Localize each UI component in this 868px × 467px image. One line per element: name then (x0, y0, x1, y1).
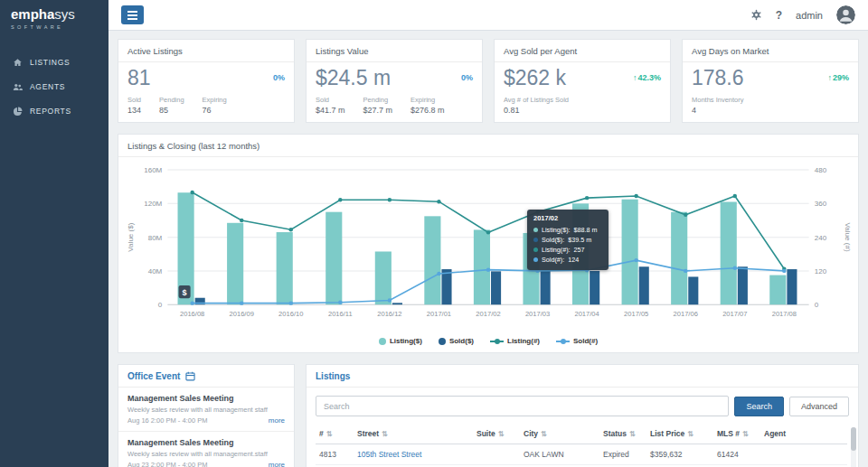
sort-icon[interactable] (687, 430, 693, 438)
chart-area[interactable]: 0040M12080M240120M360160M480Value ($)Val… (118, 157, 858, 335)
svg-text:2017/08: 2017/08 (772, 310, 797, 318)
svg-text:2017/06: 2017/06 (674, 310, 698, 318)
table-row[interactable]: 4813 105th Street Street OAK LAWN Expire… (316, 444, 847, 465)
legend-item-sold-count[interactable]: Sold(#) (556, 337, 598, 345)
series-dot-icon (533, 228, 538, 232)
logo-light: sys (54, 6, 75, 22)
sort-icon[interactable] (498, 430, 505, 438)
event-time: Aug 16 2:00 PM - 4:00 PM (127, 416, 207, 425)
event-item: Management Sales Meeting Weekly sales re… (118, 432, 294, 467)
legend-line-icon (556, 341, 570, 342)
column-header-list-price[interactable]: List Price (646, 424, 713, 444)
sort-icon[interactable] (742, 430, 749, 438)
avatar[interactable] (836, 5, 855, 24)
tooltip-row: Listing($):$88.8 m (533, 225, 602, 235)
main-content: Active Listings 81 0% Sold134 Pending85 … (108, 31, 868, 467)
cell-agent (760, 444, 847, 465)
cell-suite (473, 444, 520, 465)
sidebar-item-agents[interactable]: AGENTS (0, 75, 108, 99)
svg-text:2016/12: 2016/12 (377, 310, 401, 318)
kpi-stat: Sold134 (127, 96, 141, 115)
search-button[interactable]: Search (734, 397, 784, 416)
sort-icon[interactable] (629, 430, 636, 438)
svg-text:2017/01: 2017/01 (427, 310, 451, 318)
logo-subtitle: SOFTWARE (11, 24, 98, 30)
kpi-stat: Expiring76 (203, 96, 227, 115)
legend-item-sold-dollar[interactable]: Sold($) (439, 337, 474, 345)
kpi-card-listings-value: Listings Value $24.5 m 0% Sold$41.7 m Pe… (306, 39, 483, 123)
svg-text:2016/08: 2016/08 (180, 310, 204, 318)
legend-swatch-icon (379, 338, 386, 345)
advanced-button[interactable]: Advanced (789, 397, 849, 416)
user-avatar-icon (836, 5, 855, 24)
column-header-street[interactable]: Street (354, 424, 473, 444)
sidebar-item-label: LISTINGS (30, 58, 70, 67)
scrollbar-thumb[interactable] (851, 427, 856, 451)
sort-icon[interactable] (382, 430, 388, 438)
legend-item-listing-dollar[interactable]: Listing($) (379, 337, 422, 345)
event-title: Management Sales Meeting (127, 438, 285, 447)
table-header-row: # Street Suite City Status List Price ML… (316, 424, 847, 444)
event-time: Aug 23 2:00 PM - 4:00 PM (127, 461, 207, 467)
listings-search-row: Search Advanced (307, 388, 858, 424)
column-header-status[interactable]: Status (599, 424, 646, 444)
event-more-link[interactable]: more (269, 416, 285, 425)
kpi-card-active-listings: Active Listings 81 0% Sold134 Pending85 … (118, 39, 295, 123)
cell-mls: 61424 (713, 444, 760, 465)
svg-text:0: 0 (815, 301, 819, 309)
legend-line-icon (490, 341, 504, 342)
sidebar-item-reports[interactable]: REPORTS (0, 99, 108, 124)
svg-text:360: 360 (815, 200, 827, 208)
svg-text:2017/04: 2017/04 (574, 310, 599, 318)
svg-text:120: 120 (815, 267, 827, 276)
svg-text:120M: 120M (144, 200, 162, 208)
series-dot-icon (533, 257, 538, 262)
kpi-card-avg-sold-per-agent: Avg Sold per Agent $262 k 42.3% Avg # of… (494, 39, 671, 123)
help-button[interactable]: ? (776, 9, 782, 22)
chart-title: Listings & Closing (last 12 months) (118, 135, 858, 157)
column-header-city[interactable]: City (520, 424, 599, 444)
kpi-stat: Months Inventory4 (692, 96, 744, 115)
tooltip-row: Sold($):$39.5 m (533, 235, 602, 245)
event-item: Management Sales Meeting Weekly sales re… (118, 388, 294, 432)
event-description: Weekly sales review with all management … (127, 406, 285, 414)
combo-chart[interactable]: 0040M12080M240120M360160M480Value ($)Val… (124, 161, 853, 335)
sort-icon[interactable] (326, 430, 333, 438)
svg-text:2017/02: 2017/02 (476, 310, 500, 318)
kpi-title: Active Listings (118, 40, 294, 62)
logo-bold: empha (11, 6, 54, 22)
menu-toggle-button[interactable] (121, 5, 144, 24)
sidebar-item-label: AGENTS (30, 82, 65, 91)
app-logo[interactable]: emphasys SOFTWARE (0, 0, 108, 36)
sidebar-item-listings[interactable]: LISTINGS (0, 51, 108, 75)
cell-city: OAK LAWN (520, 444, 599, 465)
svg-text:40M: 40M (148, 267, 163, 276)
svg-text:2016/10: 2016/10 (278, 310, 303, 318)
svg-text:160M: 160M (144, 166, 162, 174)
column-header-mls[interactable]: MLS # (713, 424, 760, 444)
event-title: Management Sales Meeting (127, 394, 285, 403)
pie-chart-icon (13, 107, 23, 117)
sidebar-item-label: REPORTS (30, 107, 71, 116)
bottom-row: Office Event Management Sales Meeting We… (118, 364, 859, 467)
legend-item-listing-count[interactable]: Listing(#) (490, 337, 540, 345)
sort-icon[interactable] (541, 430, 547, 438)
column-header-suite[interactable]: Suite (473, 424, 520, 444)
svg-text:$: $ (183, 287, 187, 296)
street-link[interactable]: 105th Street Street (357, 450, 421, 459)
column-header-agent[interactable]: Agent (760, 424, 847, 444)
kpi-stat: Sold$41.7 m (316, 96, 345, 115)
gear-icon (750, 9, 762, 21)
kpi-value: $24.5 m (316, 66, 473, 91)
question-icon: ? (776, 9, 782, 22)
table-scrollbar[interactable] (851, 427, 856, 467)
kpi-delta-up: 29% (827, 73, 849, 82)
svg-text:Value (#): Value (#) (844, 222, 852, 251)
settings-button[interactable] (750, 9, 762, 21)
column-header-num[interactable]: # (316, 424, 354, 444)
search-input[interactable] (316, 396, 729, 416)
svg-text:2016/09: 2016/09 (230, 310, 254, 318)
event-more-link[interactable]: more (269, 461, 285, 467)
svg-text:480: 480 (815, 166, 827, 174)
user-menu[interactable]: admin (796, 10, 823, 21)
